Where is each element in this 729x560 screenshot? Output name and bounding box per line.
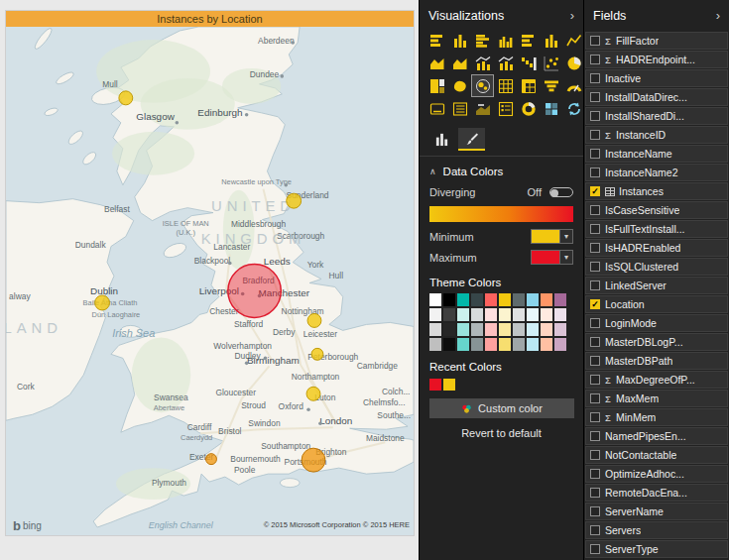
card-icon[interactable]	[426, 98, 447, 119]
field-item-instancename2[interactable]: InstanceName2	[585, 164, 728, 181]
field-item-issqlclustered[interactable]: IsSQLClustered	[585, 258, 728, 276]
tab-format[interactable]	[458, 128, 485, 151]
treemap-icon[interactable]	[426, 75, 447, 96]
field-item-isfulltextinstall[interactable]: IsFullTextInstall...	[585, 220, 728, 238]
tab-fields[interactable]	[428, 128, 455, 151]
area-chart-icon[interactable]	[426, 53, 447, 73]
field-checkbox[interactable]	[590, 36, 600, 46]
waterfall-chart-icon[interactable]	[518, 53, 539, 73]
line-chart-icon[interactable]	[563, 30, 583, 51]
field-item-instances[interactable]: ✓Instances	[585, 182, 728, 200]
theme-color-swatch[interactable]	[471, 308, 483, 321]
donut-chart-icon[interactable]	[518, 98, 539, 119]
field-checkbox[interactable]	[590, 55, 600, 64]
theme-color-swatch[interactable]	[513, 338, 525, 351]
field-checkbox[interactable]	[590, 111, 600, 121]
field-item-remotedacena[interactable]: RemoteDacEna...	[585, 484, 728, 502]
field-item-namedpipesen[interactable]: NamedPipesEn...	[585, 427, 728, 445]
theme-color-swatch[interactable]	[485, 323, 497, 336]
field-checkbox[interactable]	[590, 168, 600, 177]
stacked-area-chart-icon[interactable]	[449, 53, 470, 73]
field-item-servername[interactable]: ServerName	[585, 503, 728, 520]
theme-color-swatch[interactable]	[471, 338, 483, 351]
custom-color-button[interactable]: Custom color	[429, 398, 574, 418]
collapse-pane-icon[interactable]: ›	[570, 8, 574, 23]
line-and-clustered-column-chart-icon[interactable]	[495, 53, 516, 73]
field-item-ishadrenabled[interactable]: IsHADREnabled	[585, 239, 728, 257]
location-bubble-yellow[interactable]	[287, 193, 302, 208]
filled-map-icon[interactable]	[449, 75, 470, 96]
theme-color-swatch[interactable]	[541, 323, 552, 336]
uk-bubble-map[interactable]: AberdeenDundeeMullGlasgowEdinburghNewcas…	[6, 27, 414, 535]
field-item-servers[interactable]: Servers	[585, 521, 728, 539]
theme-color-swatch[interactable]	[457, 338, 469, 351]
esri-map-icon[interactable]	[541, 98, 561, 119]
field-checkbox[interactable]: ✓	[590, 299, 600, 309]
field-checkbox[interactable]	[590, 544, 600, 554]
field-checkbox[interactable]	[590, 280, 600, 290]
pie-chart-icon[interactable]	[563, 53, 583, 73]
location-bubble-orange[interactable]	[206, 454, 217, 465]
field-item-location[interactable]: ✓Location	[585, 295, 728, 313]
theme-color-swatch[interactable]	[527, 308, 539, 321]
theme-color-swatch[interactable]	[471, 323, 483, 336]
field-checkbox[interactable]	[590, 469, 600, 479]
theme-color-swatch[interactable]	[513, 323, 525, 336]
field-item-iscasesensitive[interactable]: IsCaseSensitive	[585, 201, 728, 219]
clustered-column-chart-icon[interactable]	[495, 30, 516, 51]
field-item-optimizeadhoc[interactable]: OptimizeAdhoc...	[585, 465, 728, 483]
location-bubble-yellow[interactable]	[307, 313, 321, 327]
field-checkbox[interactable]	[590, 412, 600, 422]
minimum-color-dropdown[interactable]: ▾	[531, 229, 573, 244]
field-checkbox[interactable]	[590, 262, 600, 272]
multi-row-card-icon[interactable]	[449, 98, 470, 119]
theme-color-swatch[interactable]	[485, 338, 497, 351]
location-bubble-yellow[interactable]	[119, 91, 133, 105]
field-checkbox[interactable]	[590, 149, 600, 159]
field-checkbox[interactable]	[590, 92, 600, 102]
stacked-column-chart-icon[interactable]	[449, 30, 470, 51]
theme-color-swatch[interactable]	[429, 338, 441, 351]
location-bubble-red[interactable]	[228, 265, 281, 318]
slicer-icon[interactable]	[495, 98, 516, 119]
theme-color-swatch[interactable]	[527, 293, 539, 306]
theme-color-swatch[interactable]	[457, 293, 469, 306]
gauge-icon[interactable]	[563, 75, 583, 96]
diverging-toggle[interactable]	[549, 187, 573, 197]
matrix-icon[interactable]	[518, 75, 539, 96]
field-item-maxdegreeofp[interactable]: ΣMaxDegreeOfP...	[585, 371, 728, 389]
theme-color-swatch[interactable]	[471, 293, 483, 306]
theme-color-swatch[interactable]	[443, 308, 455, 321]
field-item-maxmem[interactable]: ΣMaxMem	[585, 390, 728, 407]
theme-color-swatch[interactable]	[443, 338, 455, 351]
field-checkbox[interactable]	[590, 450, 600, 460]
theme-color-swatch[interactable]	[443, 293, 455, 306]
collapse-pane-icon[interactable]: ›	[716, 8, 720, 23]
location-bubble-yellow[interactable]	[306, 387, 320, 400]
funnel-chart-icon[interactable]	[541, 75, 561, 96]
theme-color-swatch[interactable]	[513, 308, 525, 321]
theme-color-swatch[interactable]	[527, 323, 539, 336]
field-checkbox[interactable]	[590, 224, 600, 234]
theme-color-swatch[interactable]	[499, 323, 511, 336]
field-item-fillfactor[interactable]: ΣFillFactor	[585, 32, 728, 50]
kpi-icon[interactable]	[472, 98, 493, 119]
100-stacked-bar-chart-icon[interactable]	[518, 30, 539, 51]
field-checkbox[interactable]	[590, 130, 600, 140]
field-item-minmem[interactable]: ΣMinMem	[585, 408, 728, 426]
theme-color-swatch[interactable]	[457, 308, 469, 321]
location-bubble-orange[interactable]	[302, 448, 325, 472]
theme-color-swatch[interactable]	[513, 293, 525, 306]
field-item-notcontactable[interactable]: NotContactable	[585, 446, 728, 464]
field-item-instanceid[interactable]: ΣInstanceID	[585, 126, 728, 144]
field-checkbox[interactable]	[590, 318, 600, 328]
theme-color-swatch[interactable]	[554, 308, 566, 321]
field-checkbox[interactable]	[590, 393, 600, 403]
field-item-installshareddi[interactable]: InstallSharedDi...	[585, 107, 728, 125]
theme-color-swatch[interactable]	[499, 338, 511, 351]
field-checkbox[interactable]: ✓	[590, 186, 600, 196]
maximum-color-dropdown[interactable]: ▾	[531, 250, 573, 265]
recent-color-swatch[interactable]	[443, 379, 455, 391]
theme-color-swatch[interactable]	[485, 308, 497, 321]
theme-color-swatch[interactable]	[499, 308, 511, 321]
